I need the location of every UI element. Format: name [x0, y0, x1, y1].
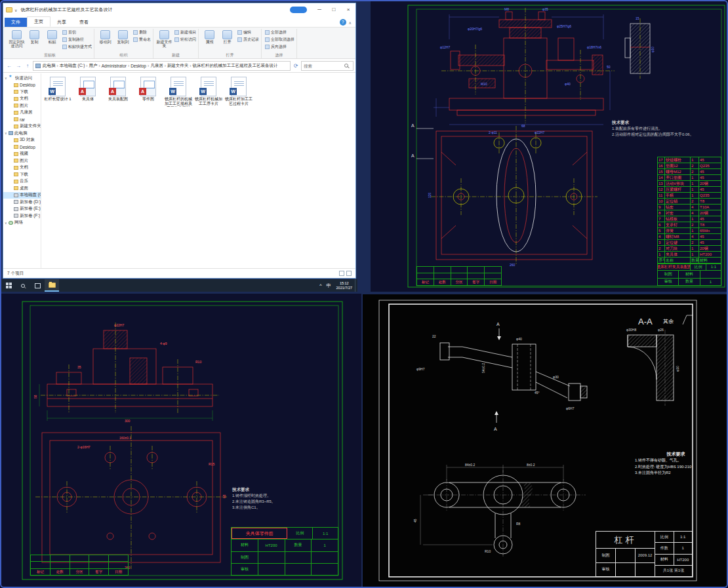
sidebar-item[interactable]: 新加卷 (E:): [3, 206, 41, 213]
sidebar-item[interactable]: ∨快速访问: [3, 75, 41, 82]
file-item[interactable]: W铣床杠杆的机械加工工艺规程及工艺装备设计: [163, 77, 193, 107]
help-icon[interactable]: ?: [340, 19, 346, 26]
sidebar-item[interactable]: Desktop: [3, 82, 41, 89]
tech-requirement-line: 3.未注倒角C1。: [232, 505, 334, 511]
draw-date: 2009.12: [636, 549, 655, 562]
span-element: 标记: [31, 569, 51, 575]
thumbnail-view-icon[interactable]: [346, 271, 352, 276]
ribbon-collapse-icon[interactable]: ∧: [349, 20, 352, 25]
ribbon-button[interactable]: 新建文件夹: [155, 29, 173, 52]
tray-expand-icon[interactable]: ^: [317, 283, 323, 288]
close-button[interactable]: ×: [341, 3, 355, 16]
breadcrumb-item[interactable]: Administrator: [102, 64, 127, 68]
file-item[interactable]: A夹具体: [73, 77, 103, 107]
refresh-icon[interactable]: ⟳: [292, 63, 300, 69]
ribbon-button[interactable]: 全部取消选择: [265, 36, 294, 43]
tab-share[interactable]: 共享: [51, 18, 73, 27]
plan-centerlines: [35, 426, 227, 569]
ribbon-button[interactable]: 历史记录: [237, 36, 259, 43]
minimize-button[interactable]: ─: [312, 3, 327, 16]
taskbar-explorer-button[interactable]: [45, 279, 59, 292]
ribbon-button[interactable]: 固定到快速访问: [8, 29, 26, 52]
ime-indicator[interactable]: 中: [324, 283, 334, 289]
file-item[interactable]: W铣床杠杆机械加工工序卡片: [193, 77, 224, 107]
material-value: HT200: [674, 555, 693, 565]
sidebar-item[interactable]: Desktop: [3, 144, 41, 151]
details-view-icon[interactable]: [339, 271, 344, 276]
titlebar-badge[interactable]: [290, 7, 307, 13]
sidebar-item[interactable]: 图片: [3, 157, 41, 165]
sidebar-item[interactable]: 新加卷 (F:): [3, 212, 41, 220]
breadcrumb-item[interactable]: Desktop: [131, 64, 146, 68]
scale-label: 比例: [287, 528, 313, 539]
file-item[interactable]: A零件图: [133, 77, 163, 107]
taskbar-clock[interactable]: 15:12 2021/7/27: [334, 281, 355, 290]
sidebar-item[interactable]: 音乐: [3, 178, 41, 186]
sidebar-item[interactable]: 图片: [3, 102, 41, 109]
ribbon-button[interactable]: 反向选择: [265, 43, 294, 50]
search-box[interactable]: [301, 61, 354, 71]
span-element: 对刀块: [665, 246, 691, 251]
taskbar-search-button[interactable]: [16, 279, 30, 292]
file-item[interactable]: W杠杆长臂设计 1: [43, 77, 73, 107]
ribbon-button[interactable]: 粘贴: [43, 29, 61, 52]
sidebar-item[interactable]: 下载: [3, 88, 41, 96]
sidebar-item[interactable]: ∨此电脑: [3, 130, 41, 137]
breadcrumb-item[interactable]: 铣床杠杆的机械加工工艺规程及工艺装备设计: [193, 63, 278, 69]
ribbon-button[interactable]: 复制路径: [62, 36, 92, 43]
ribbon-button[interactable]: 打开: [218, 29, 236, 52]
breadcrumb-item[interactable]: 新建文件夹: [167, 63, 189, 69]
ribbon-button[interactable]: 重命名: [133, 36, 151, 43]
up-button[interactable]: ↑: [24, 63, 31, 69]
search-input[interactable]: [304, 64, 344, 68]
sidebar-item[interactable]: 本地磁盘 (C:): [3, 192, 41, 199]
ribbon-button[interactable]: 复制到: [114, 29, 132, 52]
ribbon-button[interactable]: 新建项目: [174, 29, 196, 36]
maximize-button[interactable]: □: [327, 3, 341, 16]
forward-button[interactable]: →: [14, 63, 22, 69]
sidebar-item[interactable]: 桌面: [3, 185, 41, 192]
span-element: 1: [691, 187, 699, 192]
cad-lever-drawing: A-A 其余: [363, 294, 728, 588]
sidebar-item[interactable]: 新加卷 (D:): [3, 199, 41, 206]
quick-access-caret-icon[interactable]: ∨: [14, 8, 17, 12]
rect-element: [449, 98, 603, 110]
ribbon-button[interactable]: 复制: [26, 29, 43, 52]
file-item[interactable]: W铣床杠杆加工工艺过程卡片: [224, 77, 254, 107]
ribbon-button[interactable]: 轻松访问: [174, 36, 196, 43]
tab-file[interactable]: 文件: [5, 18, 27, 27]
breadcrumb-item[interactable]: 此电脑: [43, 63, 56, 69]
sidebar-item[interactable]: 下载: [3, 171, 41, 178]
dimension-label: 15: [636, 16, 639, 20]
ribbon-button[interactable]: 属性: [201, 29, 218, 52]
tab-view[interactable]: 查看: [73, 18, 95, 27]
breadcrumb-item[interactable]: 用户: [89, 63, 97, 69]
file-name: 夹具体: [82, 97, 94, 102]
ribbon-button[interactable]: 删除: [133, 29, 151, 36]
ribbon-button[interactable]: 剪切: [62, 29, 92, 36]
sidebar-item[interactable]: 文档: [3, 165, 41, 172]
sidebar-item[interactable]: 3D 对象: [3, 137, 41, 144]
task-view-button[interactable]: [30, 279, 45, 292]
sidebar-item[interactable]: rar: [3, 116, 41, 123]
rect-element: [457, 110, 596, 115]
sidebar-item[interactable]: 新建文件夹 (2): [3, 123, 41, 130]
breadcrumb-item[interactable]: 本地磁盘 (C:): [60, 63, 85, 69]
file-item[interactable]: A夹具装配图: [103, 77, 133, 107]
start-button[interactable]: [1, 279, 16, 292]
dimension-label: φ30H8: [626, 328, 636, 332]
ribbon-button[interactable]: 粘贴快捷方式: [62, 43, 92, 50]
sidebar-item[interactable]: 文档: [3, 96, 41, 103]
sidebar-item[interactable]: 凡康居: [3, 109, 41, 117]
back-button[interactable]: ←: [5, 63, 13, 69]
breadcrumb[interactable]: 此电脑›本地磁盘 (C:)›用户›Administrator›Desktop›凡…: [33, 61, 291, 71]
ribbon-button[interactable]: 全部选择: [265, 29, 294, 36]
sidebar-item[interactable]: 视频: [3, 151, 41, 158]
breadcrumb-item[interactable]: 凡康居: [150, 63, 163, 69]
tab-home[interactable]: 主页: [27, 16, 51, 27]
show-desktop-button[interactable]: [355, 279, 357, 292]
ribbon-button[interactable]: 移动到: [96, 29, 114, 52]
sidebar-item[interactable]: ∨网络: [3, 220, 41, 227]
ribbon-button[interactable]: 编辑: [237, 29, 259, 36]
draw-label: 制图: [658, 271, 679, 277]
